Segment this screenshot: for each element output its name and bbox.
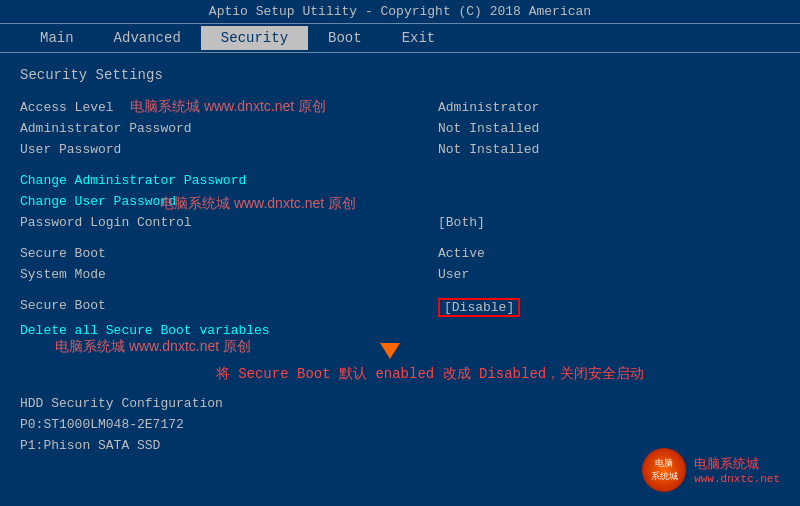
row-hdd-title: HDD Security Configuration <box>20 393 780 414</box>
logo-info: 电脑系统城 www.dnxtc.net <box>694 455 780 485</box>
label-change-admin-password: Change Administrator Password <box>20 172 438 189</box>
row-user-password: User Password Not Installed <box>20 139 780 160</box>
label-hdd-p0: P0:ST1000LM048-2E7172 <box>20 416 438 433</box>
logo-icon: 电脑系统城 <box>642 448 686 492</box>
label-secure-boot-toggle: Secure Boot <box>20 297 438 318</box>
annotation-text: 将 Secure Boot 默认 enabled 改成 Disabled，关闭安… <box>20 365 780 383</box>
spacer-2 <box>20 233 780 243</box>
spacer-3 <box>20 285 780 295</box>
bottom-logo: 电脑系统城 电脑系统城 www.dnxtc.net <box>642 448 780 492</box>
label-hdd-p1: P1:Phison SATA SSD <box>20 437 438 454</box>
row-hdd-p0: P0:ST1000LM048-2E7172 <box>20 414 780 435</box>
label-user-password: User Password <box>20 141 438 158</box>
label-change-user-password: Change User Password <box>20 193 438 210</box>
row-secure-boot-toggle[interactable]: Secure Boot [Disable] <box>20 295 780 320</box>
value-user-password: Not Installed <box>438 141 539 158</box>
value-access-level: Administrator <box>438 99 539 116</box>
nav-security[interactable]: Security <box>201 26 308 50</box>
value-password-login-control: [Both] <box>438 214 485 231</box>
arrow-annotation <box>370 343 780 363</box>
row-access-level: Access Level Administrator <box>20 97 780 118</box>
label-system-mode: System Mode <box>20 266 438 283</box>
logo-name: 电脑系统城 <box>694 455 780 473</box>
arrow-down-icon <box>380 343 400 359</box>
label-access-level: Access Level <box>20 99 438 116</box>
value-secure-boot-toggle[interactable]: [Disable] <box>438 297 520 318</box>
nav-advanced[interactable]: Advanced <box>94 26 201 50</box>
disable-box[interactable]: [Disable] <box>438 298 520 317</box>
spacer-1 <box>20 160 780 170</box>
label-delete-secure-boot: Delete all Secure Boot variables <box>20 322 438 339</box>
nav-main[interactable]: Main <box>20 26 94 50</box>
label-hdd-title: HDD Security Configuration <box>20 395 438 412</box>
row-secure-boot-status: Secure Boot Active <box>20 243 780 264</box>
nav-boot[interactable]: Boot <box>308 26 382 50</box>
label-admin-password: Administrator Password <box>20 120 438 137</box>
logo-url: www.dnxtc.net <box>694 473 780 485</box>
row-system-mode: System Mode User <box>20 264 780 285</box>
row-change-user-password[interactable]: Change User Password <box>20 191 780 212</box>
value-system-mode: User <box>438 266 469 283</box>
row-admin-password: Administrator Password Not Installed <box>20 118 780 139</box>
value-admin-password: Not Installed <box>438 120 539 137</box>
spacer-4 <box>20 383 780 393</box>
title-bar: Aptio Setup Utility - Copyright (C) 2018… <box>0 0 800 24</box>
nav-menu: Main Advanced Security Boot Exit <box>0 24 800 53</box>
main-content: Security Settings Access Level Administr… <box>0 53 800 470</box>
row-password-login-control[interactable]: Password Login Control [Both] <box>20 212 780 233</box>
row-change-admin-password[interactable]: Change Administrator Password <box>20 170 780 191</box>
row-delete-secure-boot[interactable]: Delete all Secure Boot variables <box>20 320 780 341</box>
label-secure-boot-status: Secure Boot <box>20 245 438 262</box>
label-password-login-control: Password Login Control <box>20 214 438 231</box>
section-title: Security Settings <box>20 67 780 83</box>
value-secure-boot-status: Active <box>438 245 485 262</box>
nav-exit[interactable]: Exit <box>382 26 456 50</box>
